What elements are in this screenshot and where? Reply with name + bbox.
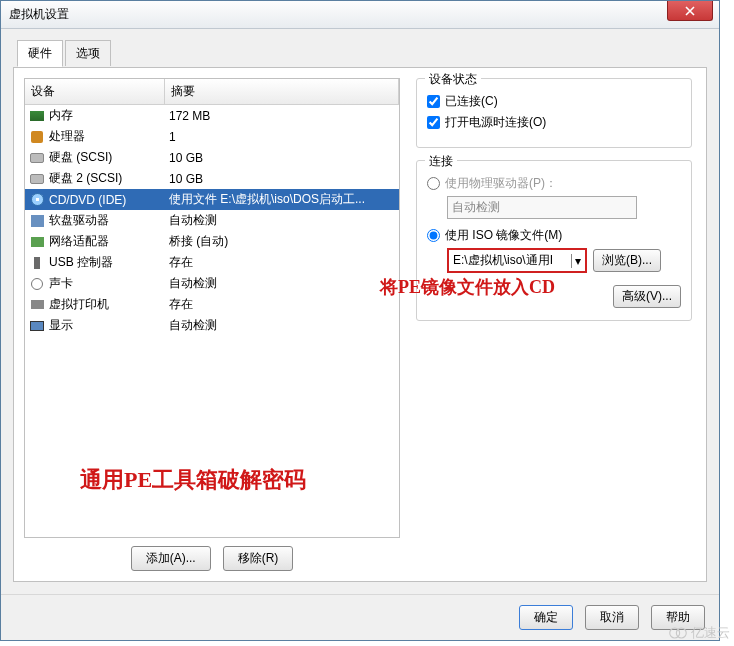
tab-list: 硬件 选项 <box>17 40 707 66</box>
device-name: 显示 <box>49 317 169 334</box>
cd-icon <box>29 192 45 208</box>
table-row[interactable]: 显示自动检测 <box>25 315 399 336</box>
close-button[interactable] <box>667 1 713 21</box>
physical-drive-combo[interactable]: 自动检测 <box>447 196 637 219</box>
device-summary: 10 GB <box>169 151 395 165</box>
display-icon <box>29 318 45 334</box>
device-summary: 1 <box>169 130 395 144</box>
table-row[interactable]: 内存172 MB <box>25 105 399 126</box>
device-list-pane: 设备 摘要 内存172 MB处理器1硬盘 (SCSI)10 GB硬盘 2 (SC… <box>24 78 400 571</box>
connect-on-power-checkbox[interactable] <box>427 116 440 129</box>
titlebar: 虚拟机设置 <box>1 1 719 29</box>
device-status-group: 设备状态 已连接(C) 打开电源时连接(O) <box>416 78 692 148</box>
device-table-body: 内存172 MB处理器1硬盘 (SCSI)10 GB硬盘 2 (SCSI)10 … <box>25 105 399 336</box>
device-name: 网络适配器 <box>49 233 169 250</box>
printer-icon <box>29 297 45 313</box>
device-status-title: 设备状态 <box>425 71 481 88</box>
device-buttons: 添加(A)... 移除(R) <box>24 546 400 571</box>
device-name: 内存 <box>49 107 169 124</box>
device-summary: 172 MB <box>169 109 395 123</box>
connected-checkbox[interactable] <box>427 95 440 108</box>
vm-settings-window: 虚拟机设置 硬件 选项 设备 摘要 内存172 MB处理器1硬盘 (SCSI)1… <box>0 0 720 641</box>
dialog-content: 硬件 选项 设备 摘要 内存172 MB处理器1硬盘 (SCSI)10 GB硬盘… <box>1 29 719 594</box>
device-summary: 存在 <box>169 254 395 271</box>
device-summary: 桥接 (自动) <box>169 233 395 250</box>
watermark-text: 亿速云 <box>691 624 730 642</box>
device-name: CD/DVD (IDE) <box>49 193 169 207</box>
close-icon <box>685 6 695 16</box>
table-row[interactable]: 声卡自动检测 <box>25 273 399 294</box>
device-name: USB 控制器 <box>49 254 169 271</box>
window-title: 虚拟机设置 <box>9 6 69 23</box>
watermark: 亿速云 <box>667 624 730 642</box>
use-iso-row[interactable]: 使用 ISO 镜像文件(M) <box>427 227 681 244</box>
use-physical-row[interactable]: 使用物理驱动器(P)： <box>427 175 681 192</box>
hdd-icon <box>29 150 45 166</box>
connection-title: 连接 <box>425 153 457 170</box>
tab-panel: 设备 摘要 内存172 MB处理器1硬盘 (SCSI)10 GB硬盘 2 (SC… <box>13 67 707 582</box>
device-name: 软盘驱动器 <box>49 212 169 229</box>
connected-label: 已连接(C) <box>445 93 498 110</box>
usb-icon <box>29 255 45 271</box>
device-name: 硬盘 (SCSI) <box>49 149 169 166</box>
use-physical-radio[interactable] <box>427 177 440 190</box>
header-summary[interactable]: 摘要 <box>165 79 399 104</box>
device-name: 硬盘 2 (SCSI) <box>49 170 169 187</box>
connect-on-power-row[interactable]: 打开电源时连接(O) <box>427 114 681 131</box>
chevron-down-icon[interactable]: ▾ <box>571 254 581 268</box>
device-name: 处理器 <box>49 128 169 145</box>
connected-checkbox-row[interactable]: 已连接(C) <box>427 93 681 110</box>
device-summary: 存在 <box>169 296 395 313</box>
use-iso-radio[interactable] <box>427 229 440 242</box>
table-row[interactable]: 网络适配器桥接 (自动) <box>25 231 399 252</box>
svg-point-1 <box>676 628 686 638</box>
annotation-cd-note: 将PE镜像文件放入CD <box>380 275 555 299</box>
add-button[interactable]: 添加(A)... <box>131 546 211 571</box>
device-summary: 10 GB <box>169 172 395 186</box>
table-row[interactable]: CD/DVD (IDE)使用文件 E:\虚拟机\iso\DOS启动工... <box>25 189 399 210</box>
sound-icon <box>29 276 45 292</box>
device-table-header: 设备 摘要 <box>25 79 399 105</box>
cancel-button[interactable]: 取消 <box>585 605 639 630</box>
device-name: 虚拟打印机 <box>49 296 169 313</box>
table-row[interactable]: USB 控制器存在 <box>25 252 399 273</box>
annotation-main-note: 通用PE工具箱破解密码 <box>80 465 306 495</box>
watermark-icon <box>667 626 689 640</box>
use-physical-label: 使用物理驱动器(P)： <box>445 175 557 192</box>
connect-on-power-label: 打开电源时连接(O) <box>445 114 546 131</box>
table-row[interactable]: 硬盘 2 (SCSI)10 GB <box>25 168 399 189</box>
network-icon <box>29 234 45 250</box>
use-iso-label: 使用 ISO 镜像文件(M) <box>445 227 562 244</box>
table-row[interactable]: 处理器1 <box>25 126 399 147</box>
device-detail-pane: 设备状态 已连接(C) 打开电源时连接(O) 连接 <box>416 78 696 571</box>
remove-button[interactable]: 移除(R) <box>223 546 294 571</box>
dialog-footer: 确定 取消 帮助 <box>1 594 719 640</box>
iso-path-combo[interactable]: E:\虚拟机\iso\通用I ▾ <box>447 248 587 273</box>
device-summary: 使用文件 E:\虚拟机\iso\DOS启动工... <box>169 191 395 208</box>
header-device[interactable]: 设备 <box>25 79 165 104</box>
memory-icon <box>29 108 45 124</box>
device-name: 声卡 <box>49 275 169 292</box>
ok-button[interactable]: 确定 <box>519 605 573 630</box>
physical-drive-value: 自动检测 <box>452 200 500 214</box>
tab-hardware[interactable]: 硬件 <box>17 40 63 67</box>
advanced-button[interactable]: 高级(V)... <box>613 285 681 308</box>
device-summary: 自动检测 <box>169 212 395 229</box>
table-row[interactable]: 虚拟打印机存在 <box>25 294 399 315</box>
device-summary: 自动检测 <box>169 317 395 334</box>
device-summary: 自动检测 <box>169 275 395 292</box>
cpu-icon <box>29 129 45 145</box>
iso-path-value: E:\虚拟机\iso\通用I <box>453 252 571 269</box>
tab-options[interactable]: 选项 <box>65 40 111 66</box>
table-row[interactable]: 软盘驱动器自动检测 <box>25 210 399 231</box>
floppy-icon <box>29 213 45 229</box>
hdd-icon <box>29 171 45 187</box>
table-row[interactable]: 硬盘 (SCSI)10 GB <box>25 147 399 168</box>
browse-button[interactable]: 浏览(B)... <box>593 249 661 272</box>
